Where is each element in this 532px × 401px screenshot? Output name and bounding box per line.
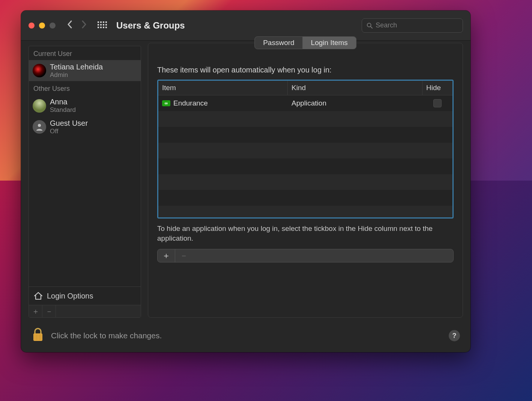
hide-checkbox[interactable] [433,99,442,107]
login-options-button[interactable]: Login Options [29,286,141,305]
help-button[interactable]: ? [449,330,460,341]
svg-point-14 [38,124,41,127]
search-icon [367,22,373,29]
svg-rect-6 [103,24,104,26]
search-input[interactable] [376,21,458,29]
item-name: Endurance [173,99,208,107]
lock-text: Click the lock to make changes. [51,331,162,340]
close-button[interactable] [29,23,35,29]
preferences-window: Users & Groups Current User Tetiana Lehe… [21,11,470,352]
table-row [158,111,452,127]
table-row [158,127,452,143]
chevron-right-icon [81,20,87,29]
login-options-label: Login Options [47,292,93,300]
grid-icon [98,21,107,28]
users-sidebar: Current User Tetiana Leheida Admin Other… [29,46,141,318]
tab-bar: Password Login Items [254,36,356,49]
window-body: Current User Tetiana Leheida Admin Other… [21,41,470,321]
sidebar-user-other[interactable]: Anna Standard [29,95,141,116]
table-row [158,206,452,217]
login-items-buttons: ＋ － [157,249,454,262]
user-role: Admin [50,71,103,79]
svg-rect-5 [100,24,102,26]
sidebar-user-current[interactable]: Tetiana Leheida Admin [29,60,141,81]
zoom-button [50,23,56,29]
login-items-table[interactable]: Item Kind Hide ∞ Endurance Application [157,80,454,219]
svg-rect-4 [98,24,99,26]
endurance-app-icon: ∞ [162,100,170,106]
tab-login-items[interactable]: Login Items [303,37,356,49]
user-role: Off [50,128,88,135]
user-name: Tetiana Leheida [50,62,103,71]
item-kind: Application [288,99,422,107]
table-header: Item Kind Hide [158,81,452,95]
section-current-user: Current User [29,46,141,60]
window-title: Users & Groups [116,20,185,31]
svg-rect-8 [98,27,99,28]
traffic-lights [29,23,56,29]
chevron-left-icon [67,20,73,29]
avatar [33,99,46,113]
svg-rect-9 [100,27,102,28]
user-name: Guest User [50,119,88,128]
col-hide[interactable]: Hide [422,81,452,95]
show-all-icon[interactable] [98,21,107,30]
svg-rect-10 [103,27,104,28]
section-other-users: Other Users [29,81,141,95]
add-login-item-button[interactable]: ＋ [158,249,175,262]
svg-rect-11 [105,27,107,28]
lock-icon[interactable] [32,327,44,344]
svg-rect-2 [103,21,104,23]
titlebar: Users & Groups [21,11,470,41]
sidebar-user-guest[interactable]: Guest User Off [29,116,141,137]
main-panel: Password Login Items These items will op… [148,43,463,318]
search-field[interactable] [362,18,463,33]
svg-line-13 [371,26,373,28]
svg-rect-0 [98,21,99,23]
login-items-hint: To hide an application when you log in, … [157,224,454,243]
svg-rect-1 [100,21,102,23]
table-row[interactable]: ∞ Endurance Application [158,95,452,111]
back-button[interactable] [67,20,73,31]
col-kind[interactable]: Kind [288,81,422,95]
avatar [33,64,46,77]
forward-button [81,20,87,31]
col-item[interactable]: Item [158,81,288,95]
user-role: Standard [50,106,76,114]
window-footer: Click the lock to make changes. ? [21,321,470,352]
home-icon [33,291,43,300]
nav-buttons [67,20,87,31]
remove-user-button[interactable]: － [42,305,56,317]
person-icon [35,123,44,131]
add-user-button[interactable]: ＋ [29,305,42,317]
minimize-button[interactable] [39,23,45,29]
tab-password[interactable]: Password [255,37,302,49]
table-row [158,143,452,158]
user-name: Anna [50,97,76,106]
table-row [158,174,452,190]
table-row [158,158,452,174]
sidebar-footer: ＋ － [29,305,141,317]
svg-rect-7 [105,24,107,26]
svg-rect-3 [105,21,107,23]
table-body: ∞ Endurance Application [158,95,452,217]
avatar-guest-icon [33,120,46,134]
remove-login-item-button[interactable]: － [175,249,192,262]
login-items-lead: These items will open automatically when… [157,66,454,74]
table-row [158,190,452,206]
